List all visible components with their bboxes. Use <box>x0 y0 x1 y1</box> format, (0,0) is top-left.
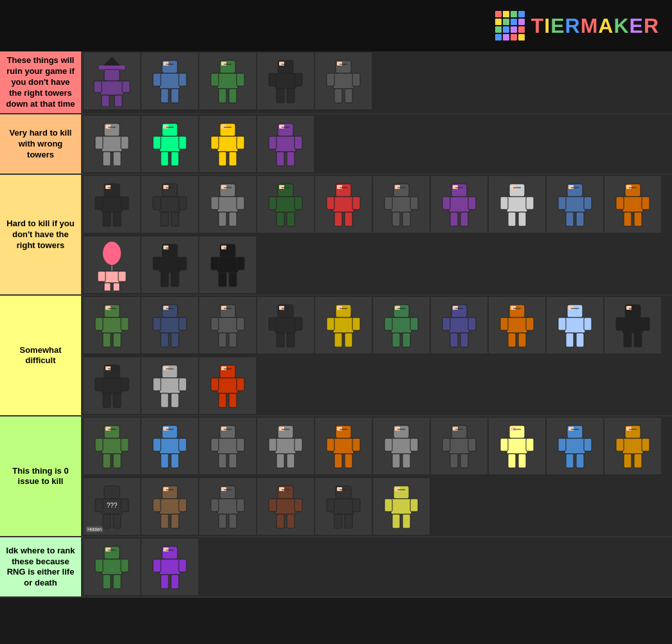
tier-label-s: These things will ruin your game if you … <box>0 51 82 113</box>
character-image <box>201 54 255 108</box>
svg-rect-230 <box>455 308 463 309</box>
svg-rect-323 <box>392 454 400 468</box>
character-image <box>490 419 544 473</box>
svg-rect-353 <box>616 438 624 451</box>
svg-rect-26 <box>269 73 277 86</box>
tier-item <box>84 116 140 172</box>
svg-rect-2 <box>104 69 120 81</box>
tier-item <box>84 176 140 233</box>
tier-item <box>489 418 545 474</box>
svg-rect-246 <box>571 308 579 309</box>
svg-rect-262 <box>108 368 116 370</box>
character-image <box>143 177 197 231</box>
logo-text: TiERMAKER <box>531 14 659 38</box>
svg-rect-18 <box>211 73 219 86</box>
svg-rect-284 <box>113 454 121 468</box>
tier-item <box>431 297 487 353</box>
svg-rect-163 <box>161 273 168 287</box>
character-image <box>259 177 313 231</box>
logo-dot <box>503 34 509 40</box>
character-image <box>201 177 255 231</box>
svg-rect-127 <box>455 187 463 188</box>
svg-rect-135 <box>513 187 521 188</box>
svg-rect-378 <box>219 514 226 528</box>
tier-item <box>373 176 430 233</box>
svg-rect-326 <box>397 429 405 430</box>
svg-rect-130 <box>500 197 508 210</box>
hidden-badge: Hidden <box>86 526 103 532</box>
character-image <box>316 419 370 473</box>
svg-rect-275 <box>219 393 226 407</box>
svg-rect-45 <box>113 152 121 166</box>
svg-rect-386 <box>277 514 284 528</box>
svg-rect-11 <box>179 73 186 86</box>
tier-item <box>431 176 487 233</box>
svg-rect-196 <box>229 333 237 347</box>
logo-dot <box>511 26 517 33</box>
tier-item <box>315 176 372 233</box>
svg-rect-23 <box>224 64 232 65</box>
svg-rect-391 <box>333 499 354 514</box>
svg-rect-339 <box>508 454 516 468</box>
svg-rect-206 <box>282 308 289 309</box>
svg-rect-367 <box>159 499 180 514</box>
character-image <box>259 54 313 108</box>
tier-item <box>84 357 140 414</box>
svg-rect-5 <box>122 81 130 93</box>
svg-rect-330 <box>468 438 476 451</box>
svg-rect-359 <box>104 486 120 499</box>
tiermaker-logo: TiERMAKER <box>495 11 659 40</box>
svg-rect-329 <box>442 438 450 451</box>
character-image <box>201 419 255 473</box>
svg-rect-379 <box>229 514 237 528</box>
character-image <box>259 298 313 352</box>
svg-rect-161 <box>153 257 161 270</box>
tier-item <box>84 418 140 474</box>
tier-row-d: This thing is 0 issue to kill <box>0 416 672 537</box>
svg-rect-3 <box>100 81 123 95</box>
svg-rect-242 <box>584 318 592 330</box>
character-image <box>606 177 660 231</box>
svg-rect-185 <box>153 318 161 330</box>
svg-rect-417 <box>179 559 186 572</box>
svg-rect-60 <box>219 152 226 166</box>
svg-rect-171 <box>219 273 226 287</box>
svg-rect-44 <box>103 152 111 166</box>
svg-rect-49 <box>159 136 180 152</box>
svg-rect-75 <box>121 197 129 210</box>
svg-rect-76 <box>103 212 111 226</box>
svg-rect-35 <box>352 73 360 86</box>
svg-rect-249 <box>616 318 624 330</box>
svg-rect-257 <box>95 378 103 391</box>
svg-rect-288 <box>159 438 180 454</box>
tier-item <box>141 237 198 293</box>
character-image <box>606 298 660 352</box>
svg-rect-141 <box>576 212 584 226</box>
svg-rect-222 <box>397 308 405 309</box>
tier-item <box>84 237 140 293</box>
svg-rect-58 <box>211 136 219 149</box>
svg-marker-0 <box>102 57 122 67</box>
svg-rect-148 <box>624 212 631 226</box>
svg-rect-82 <box>153 197 161 210</box>
character-image <box>316 177 370 231</box>
svg-rect-399 <box>391 499 412 514</box>
svg-rect-155 <box>98 271 105 282</box>
tier-container: These things will ruin your game if you … <box>0 51 672 598</box>
svg-rect-108 <box>334 212 342 226</box>
svg-rect-310 <box>282 429 289 430</box>
tier-row-e: Idk where to rank these because RNG is e… <box>0 537 672 598</box>
svg-rect-50 <box>153 136 161 149</box>
svg-text:???: ??? <box>107 502 118 509</box>
svg-rect-392 <box>327 499 334 512</box>
svg-rect-211 <box>334 333 342 347</box>
svg-rect-411 <box>113 575 121 589</box>
tier-row-b: Hard to kill if you don't have the right… <box>0 175 672 296</box>
svg-rect-320 <box>391 438 412 454</box>
svg-rect-371 <box>171 514 179 528</box>
svg-rect-376 <box>211 499 219 512</box>
svg-rect-300 <box>229 454 237 468</box>
svg-rect-12 <box>161 89 168 103</box>
svg-rect-31 <box>282 64 289 65</box>
character-image <box>548 177 602 231</box>
